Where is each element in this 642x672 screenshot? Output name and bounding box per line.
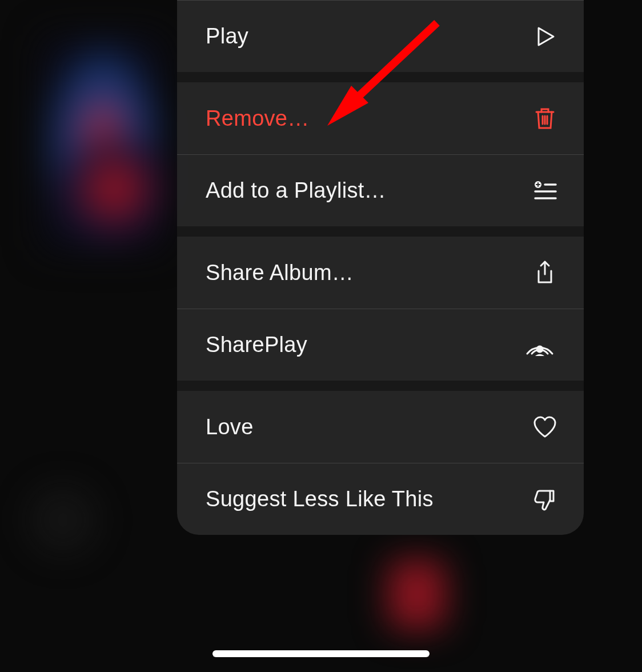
menu-item-suggest-less[interactable]: Suggest Less Like This [177, 463, 584, 535]
menu-label-remove: Remove… [206, 106, 310, 131]
menu-label-love: Love [206, 415, 254, 439]
menu-item-play[interactable]: Play [177, 0, 584, 72]
menu-label-shareplay: SharePlay [206, 333, 307, 357]
svg-point-1 [537, 346, 543, 352]
menu-item-share-album[interactable]: Share Album… [177, 237, 584, 309]
menu-label-suggest-less: Suggest Less Like This [206, 487, 434, 511]
menu-label-add-playlist: Add to a Playlist… [206, 178, 386, 203]
menu-label-share-album: Share Album… [206, 261, 354, 285]
share-icon [532, 259, 558, 286]
menu-item-love[interactable]: Love [177, 391, 584, 463]
menu-item-add-playlist[interactable]: Add to a Playlist… [177, 154, 584, 226]
menu-label-play: Play [206, 24, 248, 49]
shareplay-icon [521, 332, 558, 358]
thumbs-down-icon [532, 486, 558, 513]
heart-icon [532, 414, 558, 440]
menu-item-remove[interactable]: Remove… [177, 82, 584, 154]
add-to-list-icon [532, 178, 558, 204]
context-menu: Play Remove… Add to a Playlist… [177, 0, 584, 535]
trash-icon [532, 105, 558, 131]
menu-item-shareplay[interactable]: SharePlay [177, 309, 584, 381]
home-indicator[interactable] [212, 650, 430, 657]
play-icon [532, 23, 558, 50]
